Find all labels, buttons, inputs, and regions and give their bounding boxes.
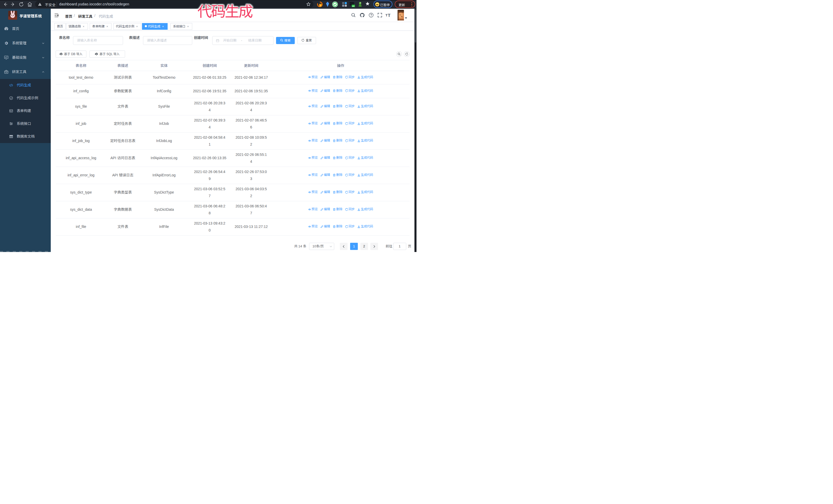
svg-text:on: on: [352, 5, 355, 7]
svg-text:T: T: [388, 13, 390, 18]
svg-text:1: 1: [320, 4, 321, 7]
svg-text:T: T: [385, 13, 387, 17]
